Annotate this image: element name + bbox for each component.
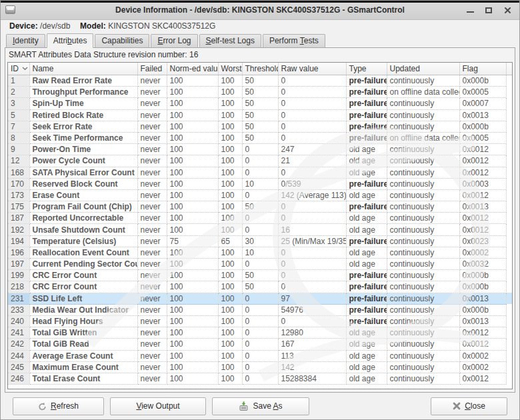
cell-threshold: 50 — [242, 98, 278, 109]
tab-self-test-logs[interactable]: Self-test Logs — [199, 34, 261, 47]
attribute-row-199[interactable]: 199CRC Error Countnever100100500pre-fail… — [8, 270, 512, 281]
close-button[interactable]: Close — [431, 397, 507, 415]
attribute-row-241[interactable]: 241Total GiB Writtennever100100012980old… — [8, 327, 512, 339]
save-as-button[interactable]: Save As — [212, 397, 309, 415]
cell-type: old age — [346, 224, 387, 235]
cell-type: old age — [346, 189, 387, 201]
attribute-row-170[interactable]: 170Reserved Block Countnever100100100/53… — [8, 178, 512, 189]
cell-normed: 100 — [167, 259, 218, 270]
maximize-icon[interactable] — [483, 5, 494, 15]
cell-threshold: 0 — [242, 167, 278, 178]
cell-filler — [506, 339, 512, 350]
cell-updated: continuously — [387, 281, 459, 293]
tab-error-log[interactable]: Error Log — [151, 34, 197, 47]
attribute-row-244[interactable]: 244Average Erase Countnever1001000113old… — [8, 350, 512, 361]
view-output-button[interactable]: View Output — [110, 397, 206, 415]
cell-flag: 0x0002 — [459, 350, 506, 361]
cell-updated: continuously — [387, 224, 459, 235]
cell-failed: never — [137, 144, 167, 155]
cell-failed: never — [137, 224, 167, 235]
cell-raw: 15288384 — [278, 373, 346, 384]
cell-flag: 0x000b — [459, 304, 506, 315]
attribute-row-242[interactable]: 242Total GiB Readnever1001000167old agec… — [8, 339, 512, 350]
cell-raw: 142 — [278, 361, 346, 373]
attribute-row-194[interactable]: 194Temperature (Celsius)never75653025 (M… — [8, 235, 512, 247]
cell-worst: 100 — [218, 109, 242, 121]
attribute-row-3[interactable]: 3Spin-Up Timenever100100500pre-failureco… — [8, 98, 512, 109]
cell-failed: never — [137, 339, 167, 350]
cell-name: Current Pending Sector Count — [29, 259, 137, 270]
cell-worst: 100 — [218, 98, 242, 109]
attribute-row-168[interactable]: 168SATA Physical Error Countnever1001000… — [8, 167, 512, 178]
cell-id: 1 — [8, 75, 29, 87]
minimize-icon[interactable] — [465, 5, 475, 15]
attribute-row-175[interactable]: 175Program Fail Count (Chip)never1001005… — [8, 201, 512, 213]
cell-name: Total GiB Read — [29, 339, 137, 350]
refresh-button[interactable]: Refresh — [13, 397, 104, 415]
cell-updated: continuously — [387, 270, 459, 281]
tab-identity[interactable]: Identity — [6, 34, 45, 47]
attribute-row-233[interactable]: 233Media Wear Out Indicatornever10010005… — [8, 304, 512, 315]
column-header-norm-ed-value[interactable]: Norm-ed value — [167, 63, 218, 75]
attribute-row-196[interactable]: 196Reallocation Event Countnever10010010… — [8, 247, 512, 258]
attribute-row-2[interactable]: 2Throughput Performancenever100100500pre… — [8, 87, 512, 98]
cell-normed: 100 — [167, 327, 218, 339]
cell-normed: 100 — [167, 178, 218, 189]
smart-attributes-table: IDNameFailedNorm-ed valueWorstThresholdR… — [8, 63, 512, 385]
attribute-row-8[interactable]: 8Seek Time Performancenever100100500pre-… — [8, 132, 512, 143]
cell-id: 8 — [8, 132, 29, 143]
cell-threshold: 50 — [242, 281, 278, 293]
column-header-flag[interactable]: Flag — [459, 63, 506, 75]
attribute-row-1[interactable]: 1Raw Read Error Ratenever100100500pre-fa… — [8, 75, 512, 87]
table-body: 1Raw Read Error Ratenever100100500pre-fa… — [8, 75, 512, 385]
column-header-worst[interactable]: Worst — [218, 63, 242, 75]
cell-id: 175 — [8, 201, 29, 213]
attribute-row-231[interactable]: 231SSD Life Leftnever100100097pre-failur… — [8, 293, 512, 304]
attribute-row-12[interactable]: 12Power Cycle Countnever100100021old age… — [8, 155, 512, 167]
cell-name: Unsafe Shutdown Count — [29, 224, 137, 235]
cell-filler — [506, 109, 512, 121]
attribute-row-173[interactable]: 173Erase Countnever1001000142 (Average 1… — [8, 189, 512, 201]
cell-raw: 0 — [278, 259, 346, 270]
attribute-row-197[interactable]: 197Current Pending Sector Countnever1001… — [8, 259, 512, 270]
cell-threshold: 0 — [242, 327, 278, 339]
column-header-updated[interactable]: Updated — [387, 63, 459, 75]
attribute-row-5[interactable]: 5Retired Block Ratenever100100500pre-fai… — [8, 109, 512, 121]
attribute-row-187[interactable]: 187Reported Uncorrectablenever10010000ol… — [8, 213, 512, 224]
cell-filler — [506, 304, 512, 315]
column-header-id[interactable]: ID — [8, 63, 29, 75]
cell-worst: 100 — [218, 224, 242, 235]
cell-normed: 100 — [167, 304, 218, 315]
cell-flag: 0x0012 — [459, 224, 506, 235]
tab-perform-tests[interactable]: Perform Tests — [263, 34, 325, 47]
cell-type: pre-failure — [346, 109, 387, 121]
cell-name: Spin-Up Time — [29, 98, 137, 109]
column-header-threshold[interactable]: Threshold — [242, 63, 278, 75]
cell-filler — [506, 132, 512, 143]
attribute-row-245[interactable]: 245Maximum Erase Countnever1001000142old… — [8, 361, 512, 373]
attribute-row-7[interactable]: 7Seek Error Ratenever100100500pre-failur… — [8, 121, 512, 132]
column-header-name[interactable]: Name — [29, 63, 137, 75]
cell-flag: 0x0012 — [459, 189, 506, 201]
cell-updated: continuously — [387, 361, 459, 373]
column-header-raw-value[interactable]: Raw value — [278, 63, 346, 75]
cell-id: 173 — [8, 189, 29, 201]
cell-failed: never — [137, 327, 167, 339]
attribute-row-218[interactable]: 218CRC Error Countnever100100500pre-fail… — [8, 281, 512, 293]
cell-id: 241 — [8, 327, 29, 339]
column-header-type[interactable]: Type — [346, 63, 387, 75]
cell-updated: continuously — [387, 304, 459, 315]
column-header-failed[interactable]: Failed — [137, 63, 167, 75]
attribute-row-9[interactable]: 9Power-On Timenever1001000247old agecont… — [8, 144, 512, 155]
cell-updated: continuously — [387, 339, 459, 350]
cell-type: pre-failure — [346, 87, 387, 98]
cell-filler — [506, 213, 512, 224]
attribute-row-246[interactable]: 246Total Erase Countnever100100015288384… — [8, 373, 512, 384]
tab-capabilities[interactable]: Capabilities — [95, 34, 149, 47]
cell-threshold: 0 — [242, 361, 278, 373]
window-controls — [457, 3, 513, 17]
attribute-row-192[interactable]: 192Unsafe Shutdown Countnever100100016ol… — [8, 224, 512, 235]
attribute-row-240[interactable]: 240Head Flying Hoursnever10010000pre-fai… — [8, 315, 512, 327]
tab-attributes[interactable]: Attributes — [47, 33, 94, 48]
close-icon[interactable] — [502, 5, 513, 15]
